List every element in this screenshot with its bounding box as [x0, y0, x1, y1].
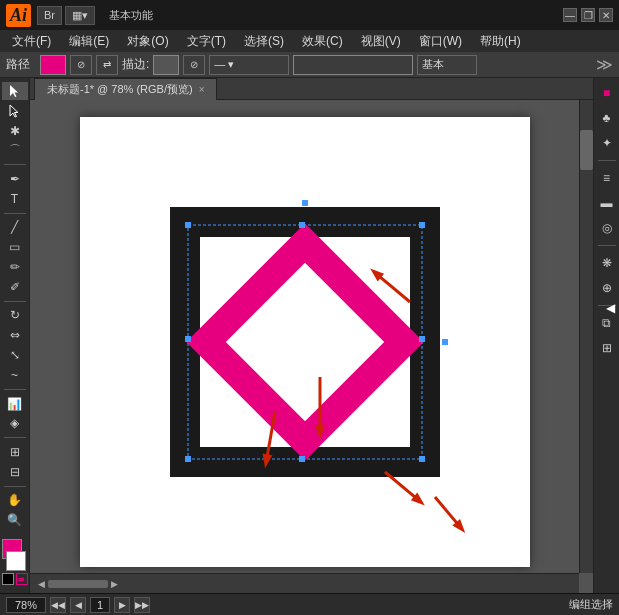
canvas-wrapper[interactable]: ◀ ▶	[30, 100, 593, 593]
restore-button[interactable]: ❐	[581, 8, 595, 22]
title-bar: Ai Br ▦▾ 基本功能 — ❐ ✕	[0, 0, 619, 30]
menu-file[interactable]: 文件(F)	[4, 31, 59, 52]
artboard	[80, 117, 530, 567]
menu-view[interactable]: 视图(V)	[353, 31, 409, 52]
tab-title: 未标题-1* @ 78% (RGB/预览)	[47, 82, 193, 97]
panel-separator-2	[598, 245, 616, 246]
nav-next-button[interactable]: ▶	[114, 597, 130, 613]
options-bar: 路径 ⊘ ⇄ 描边: ⊘ — ▾ 基本 ≫	[0, 52, 619, 78]
menu-edit[interactable]: 编辑(E)	[61, 31, 117, 52]
transparency-panel-button[interactable]: ◎	[596, 217, 618, 239]
svg-rect-7	[419, 222, 425, 228]
reflect-tool[interactable]: ⇔	[2, 326, 28, 344]
svg-rect-13	[302, 200, 308, 206]
warp-tool[interactable]: ~	[2, 366, 28, 384]
color-panel-button[interactable]: ■	[596, 82, 618, 104]
slice-tool[interactable]: ⊟	[2, 463, 28, 481]
menu-select[interactable]: 选择(S)	[236, 31, 292, 52]
default-colors-button[interactable]	[2, 573, 14, 585]
stroke-none-button[interactable]: ⊘	[70, 55, 92, 75]
lasso-tool[interactable]: ⌒	[2, 141, 28, 159]
svg-marker-0	[10, 85, 18, 97]
graph-tool[interactable]: 📊	[2, 395, 28, 413]
scale-tool[interactable]: ⤡	[2, 346, 28, 364]
paintbrush-tool[interactable]: ✏	[2, 258, 28, 276]
view-mode-button[interactable]: ▦▾	[65, 6, 95, 25]
svg-marker-1	[10, 105, 18, 117]
menu-help[interactable]: 帮助(H)	[472, 31, 529, 52]
symbol-tool[interactable]: ◈	[2, 414, 28, 432]
close-button[interactable]: ✕	[599, 8, 613, 22]
swatches-panel-button[interactable]: ♣	[596, 107, 618, 129]
path-label: 路径	[6, 56, 36, 73]
brushes-panel-button[interactable]: ✦	[596, 132, 618, 154]
symbols-panel-button[interactable]: ⊕	[596, 277, 618, 299]
menu-type[interactable]: 文字(T)	[179, 31, 234, 52]
scroll-thumb-x[interactable]	[48, 580, 108, 588]
magic-wand-tool[interactable]: ✱	[2, 122, 28, 140]
layers-panel-button[interactable]: ⧉	[596, 312, 618, 334]
tab-close-button[interactable]: ×	[199, 84, 205, 95]
svg-rect-14	[442, 339, 448, 345]
stroke-swap-button[interactable]: ⇄	[96, 55, 118, 75]
scroll-left-btn[interactable]: ◀	[38, 579, 45, 589]
main-area: ✱ ⌒ ✒ T ╱ ▭ ✏ ✐ ↻ ⇔ ⤡ ~ 📊 ◈ ⊞ ⊟ ✋ 🔍	[0, 78, 619, 593]
stroke-width-dropdown[interactable]: — ▾	[209, 55, 289, 75]
pencil-tool[interactable]: ✐	[2, 278, 28, 296]
scroll-y[interactable]	[579, 100, 593, 573]
artwork-svg	[80, 117, 530, 567]
rotate-tool[interactable]: ↻	[2, 307, 28, 325]
stroke-color[interactable]	[153, 55, 179, 75]
color-swatches: ⇄	[2, 539, 28, 589]
line-tool[interactable]: ╱	[2, 219, 28, 237]
bridge-button[interactable]: Br	[37, 6, 62, 25]
menu-bar: 文件(F) 编辑(E) 对象(O) 文字(T) 选择(S) 效果(C) 视图(V…	[0, 30, 619, 52]
expand-panel-icon[interactable]: ◀	[606, 301, 615, 315]
appearance-panel-button[interactable]: ❋	[596, 252, 618, 274]
menu-effect[interactable]: 效果(C)	[294, 31, 351, 52]
swap-colors-button[interactable]: ⇄	[16, 573, 28, 585]
svg-rect-12	[419, 456, 425, 462]
svg-rect-10	[185, 456, 191, 462]
nav-prev-button[interactable]: ◀	[70, 597, 86, 613]
gradient-panel-button[interactable]: ▬	[596, 192, 618, 214]
workspace-label: 基本功能	[109, 8, 153, 23]
zoom-input[interactable]	[6, 597, 46, 613]
artboards-panel-button[interactable]: ⊞	[596, 337, 618, 359]
document-tab[interactable]: 未标题-1* @ 78% (RGB/预览) ×	[34, 78, 217, 100]
menu-window[interactable]: 窗口(W)	[411, 31, 470, 52]
app-logo: Ai	[6, 4, 31, 27]
scroll-right-btn[interactable]: ▶	[111, 579, 118, 589]
more-options-button[interactable]: ≫	[596, 55, 613, 74]
menu-object[interactable]: 对象(O)	[119, 31, 176, 52]
swatch-row	[2, 539, 28, 569]
selection-tool[interactable]	[2, 82, 28, 100]
canvas-area: 未标题-1* @ 78% (RGB/预览) ×	[30, 78, 593, 593]
nav-last-button[interactable]: ▶▶	[134, 597, 150, 613]
pen-tool[interactable]: ✒	[2, 170, 28, 188]
stroke-none2-button[interactable]: ⊘	[183, 55, 205, 75]
zoom-tool[interactable]: 🔍	[2, 511, 28, 529]
canvas	[30, 100, 579, 593]
status-bar: ◀◀ ◀ ▶ ▶▶ 编组选择	[0, 593, 619, 615]
page-input[interactable]	[90, 597, 110, 613]
background-color[interactable]	[6, 551, 26, 571]
minimize-button[interactable]: —	[563, 8, 577, 22]
nav-first-button[interactable]: ◀◀	[50, 597, 66, 613]
scroll-x[interactable]: ◀ ▶	[30, 573, 579, 593]
svg-rect-6	[299, 222, 305, 228]
type-tool[interactable]: T	[2, 190, 28, 208]
svg-rect-9	[419, 336, 425, 342]
left-toolbar: ✱ ⌒ ✒ T ╱ ▭ ✏ ✐ ↻ ⇔ ⤡ ~ 📊 ◈ ⊞ ⊟ ✋ 🔍	[0, 78, 30, 593]
stroke-panel-button[interactable]: ≡	[596, 167, 618, 189]
basic-dropdown[interactable]: 基本	[417, 55, 477, 75]
direct-selection-tool[interactable]	[2, 102, 28, 120]
right-panel: ■ ♣ ✦ ≡ ▬ ◎ ❋ ⊕ ⧉ ⊞ ◀	[593, 78, 619, 593]
hand-tool[interactable]: ✋	[2, 492, 28, 510]
fill-color[interactable]	[40, 55, 66, 75]
rectangle-tool[interactable]: ▭	[2, 238, 28, 256]
svg-rect-8	[185, 336, 191, 342]
artboard-tool[interactable]: ⊞	[2, 443, 28, 461]
scroll-thumb-y[interactable]	[580, 130, 593, 170]
tab-bar: 未标题-1* @ 78% (RGB/预览) ×	[30, 78, 593, 100]
